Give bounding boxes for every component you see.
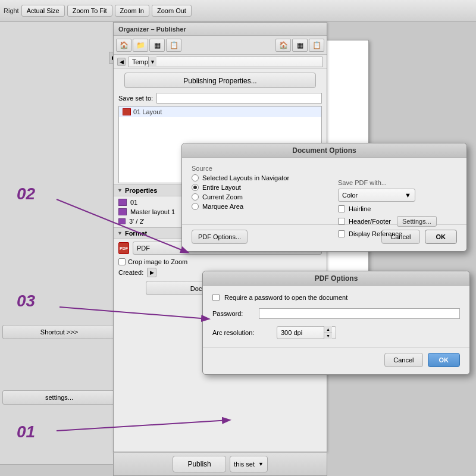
properties-label: Properties bbox=[125, 187, 157, 194]
document-options-dialog: Document Options Source Selected Layouts… bbox=[181, 143, 467, 252]
save-pdf-label: Save PDF with... bbox=[338, 179, 457, 186]
pdf-options-btn[interactable]: PDF Options... bbox=[192, 230, 248, 244]
toolbar-btn-1[interactable]: 🏠 bbox=[116, 39, 131, 52]
password-input-row: Password: bbox=[212, 308, 460, 319]
header-footer-checkbox[interactable] bbox=[338, 218, 345, 225]
arc-resolution-label: Arc resolution: bbox=[212, 329, 272, 336]
save-set-label: Save set to: bbox=[118, 95, 153, 102]
color-value: Color bbox=[342, 192, 358, 199]
zoom-in-btn[interactable]: Zoom In bbox=[115, 5, 149, 17]
annotation-label-01: 01 bbox=[17, 422, 35, 441]
radio-selected-layouts[interactable] bbox=[192, 174, 199, 181]
format-select-value: PDF bbox=[137, 245, 150, 252]
toolbar-btn-5[interactable]: 🏠 bbox=[275, 39, 291, 52]
this-set-label: this set bbox=[234, 461, 255, 468]
created-arrow-btn[interactable]: ▶ bbox=[147, 268, 156, 277]
zoom-out-btn[interactable]: Zoom Out bbox=[152, 5, 192, 17]
require-password-label: Require a password to open the document bbox=[224, 294, 347, 301]
hairline-checkbox[interactable] bbox=[338, 205, 345, 212]
password-require-row: Require a password to open the document bbox=[212, 294, 460, 301]
this-set-arrow: ▼ bbox=[258, 461, 264, 467]
nav-path-dropdown[interactable]: ▼ bbox=[148, 57, 156, 67]
panel-title-bar: Organizer – Publisher bbox=[114, 23, 327, 36]
pdf-options-title-bar: PDF Options bbox=[203, 271, 469, 286]
list-item[interactable]: 01 Layout bbox=[119, 107, 321, 117]
radio-entire-layout[interactable] bbox=[192, 184, 199, 191]
pdf-options-dialog: PDF Options Require a password to open t… bbox=[202, 271, 470, 375]
this-set-select[interactable]: this set ▼ bbox=[230, 456, 268, 472]
shortcut-button[interactable]: Shortcut >>> bbox=[2, 325, 116, 339]
password-label: Password: bbox=[212, 310, 254, 317]
header-footer-row: Header/Footer Settings... bbox=[338, 216, 457, 227]
pdf-ok-btn[interactable]: OK bbox=[428, 353, 461, 367]
color-select[interactable]: Color ▼ bbox=[338, 189, 415, 202]
dpi-arrow-down[interactable]: ▼ bbox=[324, 333, 332, 340]
rotate-right-label: Right bbox=[4, 7, 19, 14]
nav-path-text: Temp bbox=[132, 58, 148, 65]
color-select-arrow: ▼ bbox=[405, 192, 411, 199]
annotation-label-02: 02 bbox=[17, 184, 35, 203]
publishing-properties-btn[interactable]: Publishing Properties... bbox=[124, 73, 316, 88]
password-input-field[interactable] bbox=[259, 308, 460, 319]
radio-label-3: Current Zoom bbox=[202, 193, 243, 201]
zoom-to-fit-btn[interactable]: Zoom To Fit bbox=[67, 5, 112, 17]
arc-resolution-row: Arc resolution: 300 dpi ▲ ▼ bbox=[212, 326, 460, 339]
pdf-options-footer: Cancel OK bbox=[203, 347, 469, 374]
left-sidebar: ▶ Shortcut >>> settings... bbox=[0, 22, 119, 476]
dpi-value: 300 dpi bbox=[281, 329, 302, 336]
checkbox-row: Crop image to Zoom bbox=[114, 257, 327, 267]
dpi-arrows[interactable]: ▲ ▼ bbox=[324, 326, 332, 339]
format-label: Format bbox=[125, 230, 147, 237]
header-footer-label: Header/Footer bbox=[349, 218, 391, 225]
display-ref-row: Display Reference bbox=[338, 230, 457, 237]
toolbar-btn-6[interactable]: ▦ bbox=[292, 39, 308, 52]
dpi-select[interactable]: 300 dpi ▲ ▼ bbox=[277, 326, 336, 339]
hairline-row: Hairline bbox=[338, 205, 457, 212]
layout-item-label: 01 Layout bbox=[133, 108, 162, 115]
publish-button[interactable]: Publish bbox=[173, 456, 226, 472]
settings-button[interactable]: settings... bbox=[2, 390, 116, 405]
doc-options-right-col: Save PDF with... Color ▼ Hairline Header… bbox=[338, 179, 457, 241]
radio-marquee-area[interactable] bbox=[192, 203, 199, 210]
format-triangle-icon: ▼ bbox=[117, 230, 123, 236]
save-set-row: Save set to: bbox=[114, 92, 327, 105]
toolbar-btn-7[interactable]: 📋 bbox=[309, 39, 324, 52]
crop-image-checkbox[interactable] bbox=[118, 258, 126, 265]
header-footer-settings-btn[interactable]: Settings... bbox=[397, 216, 437, 227]
annotation-label-03: 03 bbox=[17, 292, 35, 311]
save-set-input[interactable] bbox=[156, 93, 322, 104]
radio-label-1: Selected Layouts in Navigator bbox=[202, 174, 289, 181]
panel-nav-row: ◀ Temp ▼ bbox=[114, 55, 327, 69]
nav-back-arrow[interactable]: ◀ bbox=[117, 58, 126, 66]
crop-image-label: Crop image to Zoom bbox=[128, 258, 187, 265]
pdf-opts-body: Require a password to open the document … bbox=[203, 286, 469, 347]
layout-icon bbox=[123, 108, 131, 115]
panel-toolbar: 🏠 📁 ▦ 📋 🏠 ▦ 📋 bbox=[114, 36, 327, 55]
display-ref-label: Display Reference bbox=[349, 230, 402, 237]
prop-icon-1 bbox=[118, 199, 127, 206]
doc-options-title: Document Options bbox=[292, 146, 356, 155]
toolbar-btn-2[interactable]: 📁 bbox=[133, 39, 148, 52]
created-label: Created: bbox=[118, 269, 143, 276]
radio-label-4: Marquee Area bbox=[202, 203, 243, 210]
dpi-arrow-up[interactable]: ▲ bbox=[324, 326, 332, 333]
top-toolbar: Right Actual Size Zoom To Fit Zoom In Zo… bbox=[0, 0, 476, 22]
doc-options-title-bar: Document Options bbox=[182, 143, 466, 158]
panel-title: Organizer – Publisher bbox=[118, 26, 186, 33]
actual-size-btn[interactable]: Actual Size bbox=[21, 5, 65, 17]
pdf-options-title: PDF Options bbox=[315, 274, 358, 283]
display-ref-checkbox[interactable] bbox=[338, 230, 345, 237]
pdf-cancel-btn[interactable]: Cancel bbox=[384, 353, 422, 367]
source-label: Source bbox=[192, 165, 457, 172]
prop-icon-2 bbox=[118, 208, 127, 215]
radio-current-zoom[interactable] bbox=[192, 193, 199, 201]
toolbar-btn-3[interactable]: ▦ bbox=[149, 39, 165, 52]
nav-path-box: Temp ▼ bbox=[128, 57, 323, 67]
hairline-label: Hairline bbox=[349, 205, 371, 212]
properties-triangle-icon: ▼ bbox=[117, 187, 123, 193]
toolbar-btn-4[interactable]: 📋 bbox=[166, 39, 181, 52]
publish-bar: Publish this set ▼ bbox=[113, 452, 327, 476]
doc-options-body: Source Selected Layouts in Navigator Ent… bbox=[182, 158, 466, 220]
prop-icon-3 bbox=[118, 218, 126, 224]
require-password-checkbox[interactable] bbox=[212, 294, 220, 301]
